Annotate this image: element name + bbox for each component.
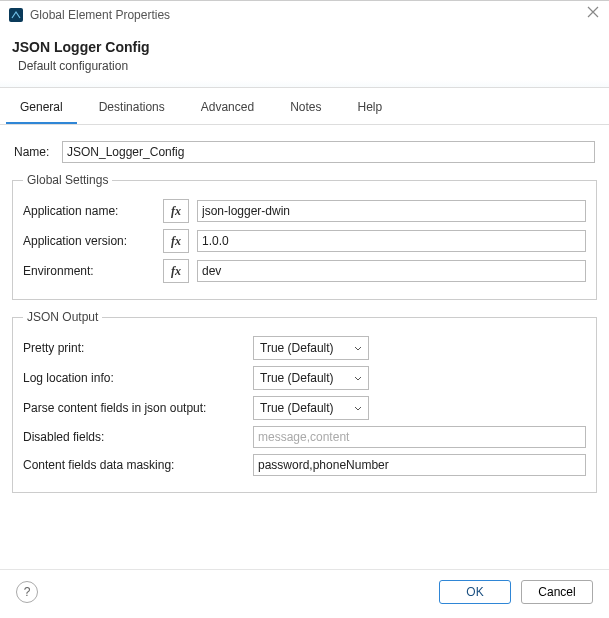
disabled-fields-label: Disabled fields: bbox=[23, 430, 253, 444]
disabled-fields-input[interactable] bbox=[253, 426, 586, 448]
pretty-print-value: True (Default) bbox=[260, 341, 334, 355]
app-icon bbox=[8, 7, 24, 23]
application-name-input[interactable] bbox=[197, 200, 586, 222]
environment-input[interactable] bbox=[197, 260, 586, 282]
titlebar: Global Element Properties bbox=[0, 1, 609, 29]
ok-button[interactable]: OK bbox=[439, 580, 511, 604]
tab-general[interactable]: General bbox=[6, 90, 77, 124]
pretty-print-label: Pretty print: bbox=[23, 341, 253, 355]
cancel-button[interactable]: Cancel bbox=[521, 580, 593, 604]
log-location-label: Log location info: bbox=[23, 371, 253, 385]
masking-input[interactable] bbox=[253, 454, 586, 476]
json-output-group: JSON Output Pretty print: True (Default)… bbox=[12, 310, 597, 493]
application-version-label: Application version: bbox=[23, 234, 163, 248]
global-settings-group: Global Settings Application name: fx App… bbox=[12, 173, 597, 300]
log-location-value: True (Default) bbox=[260, 371, 334, 385]
name-input[interactable] bbox=[62, 141, 595, 163]
chevron-down-icon bbox=[354, 371, 362, 385]
header-section: JSON Logger Config Default configuration bbox=[0, 29, 609, 88]
tab-advanced[interactable]: Advanced bbox=[187, 90, 268, 124]
window-title: Global Element Properties bbox=[30, 8, 170, 22]
fx-button-application-version[interactable]: fx bbox=[163, 229, 189, 253]
tab-notes[interactable]: Notes bbox=[276, 90, 335, 124]
log-location-select[interactable]: True (Default) bbox=[253, 366, 369, 390]
parse-content-select[interactable]: True (Default) bbox=[253, 396, 369, 420]
close-icon[interactable] bbox=[587, 5, 599, 21]
button-bar: ? OK Cancel bbox=[0, 569, 609, 618]
tab-help[interactable]: Help bbox=[343, 90, 396, 124]
page-title: JSON Logger Config bbox=[12, 39, 597, 55]
svg-rect-0 bbox=[9, 8, 23, 22]
pretty-print-select[interactable]: True (Default) bbox=[253, 336, 369, 360]
name-label: Name: bbox=[14, 145, 62, 159]
dialog-window: Global Element Properties JSON Logger Co… bbox=[0, 0, 609, 618]
application-version-input[interactable] bbox=[197, 230, 586, 252]
name-row: Name: bbox=[14, 141, 595, 163]
parse-content-value: True (Default) bbox=[260, 401, 334, 415]
application-name-label: Application name: bbox=[23, 204, 163, 218]
chevron-down-icon bbox=[354, 401, 362, 415]
fx-button-environment[interactable]: fx bbox=[163, 259, 189, 283]
chevron-down-icon bbox=[354, 341, 362, 355]
environment-label: Environment: bbox=[23, 264, 163, 278]
global-settings-legend: Global Settings bbox=[23, 173, 112, 187]
tab-bar: General Destinations Advanced Notes Help bbox=[0, 90, 609, 125]
json-output-legend: JSON Output bbox=[23, 310, 102, 324]
tab-destinations[interactable]: Destinations bbox=[85, 90, 179, 124]
page-subtitle: Default configuration bbox=[18, 59, 597, 73]
help-icon[interactable]: ? bbox=[16, 581, 38, 603]
parse-content-label: Parse content fields in json output: bbox=[23, 401, 253, 415]
masking-label: Content fields data masking: bbox=[23, 458, 253, 472]
fx-button-application-name[interactable]: fx bbox=[163, 199, 189, 223]
content-area: Name: Global Settings Application name: … bbox=[0, 125, 609, 569]
